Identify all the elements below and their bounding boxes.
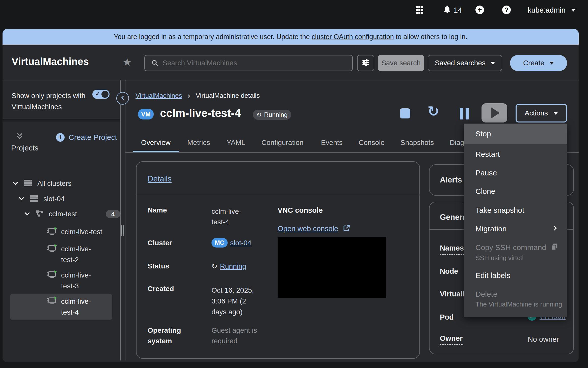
screen: 14 + ? kube:admin You are logged in as a…: [0, 0, 588, 368]
user-menu[interactable]: kube:admin: [528, 6, 576, 14]
menu-item-edit-labels[interactable]: Edit labels: [464, 266, 567, 285]
created-label: Created: [148, 285, 174, 293]
tree-item-vm-3[interactable]: cclm-live-test-3: [46, 270, 99, 291]
tab-snapshots[interactable]: Snapshots: [400, 139, 434, 147]
vm-icon: [46, 244, 57, 265]
cluster-label: Cluster: [148, 239, 172, 247]
actions-label: Actions: [525, 109, 548, 117]
chevron-down-icon[interactable]: [24, 211, 31, 217]
vm-title: cclm-live-test-4: [160, 107, 241, 119]
collapse-projects-icon[interactable]: [16, 133, 23, 141]
filters-button[interactable]: [357, 55, 374, 71]
help-icon[interactable]: ?: [502, 6, 511, 14]
vm-icon: [46, 270, 57, 291]
header-divider: [3, 80, 579, 80]
name-label: Name: [148, 206, 167, 214]
tab-metrics[interactable]: Metrics: [187, 139, 210, 147]
user-name: kube:admin: [528, 6, 566, 14]
splitter-handle[interactable]: [121, 225, 124, 236]
pod-label: Pod: [440, 313, 454, 321]
favorite-star-icon[interactable]: ★: [122, 56, 132, 68]
menu-item-stop[interactable]: Stop: [464, 124, 567, 144]
splitter-line[interactable]: [125, 80, 125, 360]
actions-dropdown-button[interactable]: Actions: [516, 104, 567, 122]
alerts-card-title: Alerts: [440, 175, 462, 185]
vm-icon: [46, 227, 57, 237]
cluster-link[interactable]: slot-04: [230, 239, 251, 247]
vm-label: cclm-live-test: [61, 226, 117, 237]
vm-status-label: Running: [264, 111, 287, 118]
tab-configuration[interactable]: Configuration: [261, 139, 304, 147]
tab-events[interactable]: Events: [321, 139, 343, 147]
node-label: Node: [440, 267, 458, 275]
tree-label: cclm-test: [49, 210, 77, 218]
menu-item-copy-ssh-subtitle: SSH using virtctl: [475, 254, 524, 262]
actions-caret-icon: [553, 112, 558, 115]
sidebar-border: [120, 80, 121, 360]
notification-count: 14: [454, 6, 462, 14]
menu-item-restart[interactable]: Restart: [464, 144, 567, 164]
status-link[interactable]: Running: [220, 262, 246, 270]
stop-button[interactable]: [400, 108, 410, 118]
tree-item-all-clusters[interactable]: All clusters: [12, 179, 71, 188]
chevron-left-icon: [120, 95, 125, 102]
save-search-button[interactable]: Save search: [378, 55, 424, 71]
create-button[interactable]: Create: [510, 55, 567, 71]
restart-button[interactable]: ↻: [427, 104, 439, 118]
oauth-config-link[interactable]: cluster OAuth configuration: [312, 33, 394, 41]
toggle-knob: [101, 91, 109, 98]
menu-item-pause[interactable]: Pause: [464, 163, 567, 183]
breadcrumb-root-link[interactable]: VirtualMachines: [136, 92, 182, 100]
collapse-sidebar-button[interactable]: [116, 92, 129, 105]
copy-icon: [551, 243, 558, 252]
vm-filter-toggle[interactable]: ✓: [92, 90, 110, 99]
status-value: ↻ Running: [211, 262, 246, 270]
chevron-down-icon[interactable]: [18, 196, 25, 202]
name-value: cclm-live-test-4: [211, 206, 252, 227]
status-label: Status: [148, 262, 169, 270]
tree-item-vm-2[interactable]: cclm-live-test-2: [46, 243, 99, 265]
details-card-divider: [137, 194, 419, 194]
os-value: Guest agent is required: [211, 325, 262, 346]
tree-item-cluster[interactable]: slot-04: [18, 194, 65, 203]
breadcrumb-separator-icon: ›: [188, 91, 190, 100]
pause-button[interactable]: [460, 108, 470, 119]
vnc-console-title: VNC console: [278, 206, 323, 214]
search-input[interactable]: [162, 59, 352, 67]
tree-item-vm-4-selected[interactable]: cclm-live-test-4: [10, 294, 112, 320]
plus-circle-icon: +: [56, 133, 65, 142]
tree-item-vm-1[interactable]: cclm-live-test: [46, 226, 117, 237]
vm-status-badge: ↻ Running: [253, 110, 291, 120]
saved-searches-caret-icon: [491, 62, 495, 65]
chevron-down-icon[interactable]: [12, 180, 19, 187]
search-box[interactable]: [144, 55, 353, 71]
quick-create-icon[interactable]: +: [475, 6, 484, 14]
open-web-console[interactable]: Open web console: [278, 224, 350, 233]
owner-label[interactable]: Owner: [440, 334, 463, 345]
tab-yaml[interactable]: YAML: [227, 139, 245, 147]
menu-item-take-snapshot[interactable]: Take snapshot: [464, 200, 567, 220]
create-caret-icon: [549, 62, 554, 65]
notifications-bell-icon[interactable]: [443, 5, 451, 15]
created-value: Oct 16, 2025, 3:06 PM (2 days ago): [211, 285, 258, 317]
create-project-button[interactable]: + Create Project: [56, 133, 117, 142]
sync-icon: ↻: [211, 262, 217, 270]
menu-item-clone[interactable]: Clone: [464, 181, 567, 201]
vnc-screen[interactable]: [278, 237, 386, 298]
app-launcher-icon[interactable]: [416, 6, 423, 14]
owner-value: No owner: [505, 335, 559, 344]
saved-searches-button[interactable]: Saved searches: [428, 55, 502, 71]
menu-item-migration[interactable]: Migration: [464, 219, 567, 239]
details-card-title[interactable]: Details: [148, 174, 172, 183]
vm-label: cclm-live-test-2: [61, 243, 99, 265]
os-label: Operating system: [148, 325, 185, 346]
sliders-icon: [361, 58, 370, 68]
tab-overview[interactable]: Overview: [141, 139, 171, 147]
tab-console[interactable]: Console: [359, 139, 385, 147]
tree-label: slot-04: [43, 195, 65, 203]
sidebar-filter-label: Show only projects with VirtualMachines: [12, 90, 90, 112]
servers-icon: [23, 179, 33, 188]
tree-item-project[interactable]: cclm-test 4: [24, 210, 120, 218]
vm-label: cclm-live-test-4: [61, 296, 99, 318]
saved-searches-label: Saved searches: [435, 59, 486, 67]
